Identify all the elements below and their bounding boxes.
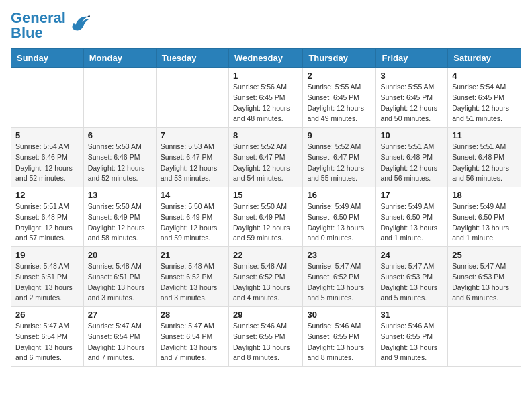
- day-info: Sunrise: 5:54 AM Sunset: 6:45 PM Dayligh…: [452, 82, 517, 124]
- calendar-cell: 18Sunrise: 5:49 AM Sunset: 6:50 PM Dayli…: [448, 187, 521, 247]
- calendar-cell: 30Sunrise: 5:46 AM Sunset: 6:55 PM Dayli…: [303, 307, 376, 367]
- day-info: Sunrise: 5:48 AM Sunset: 6:51 PM Dayligh…: [15, 261, 79, 304]
- day-info: Sunrise: 5:56 AM Sunset: 6:45 PM Dayligh…: [233, 82, 298, 124]
- day-info: Sunrise: 5:47 AM Sunset: 6:53 PM Dayligh…: [452, 261, 517, 304]
- day-info: Sunrise: 5:49 AM Sunset: 6:50 PM Dayligh…: [307, 201, 371, 244]
- day-info: Sunrise: 5:46 AM Sunset: 6:55 PM Dayligh…: [380, 321, 443, 363]
- day-info: Sunrise: 5:55 AM Sunset: 6:45 PM Dayligh…: [307, 82, 371, 124]
- day-number: 8: [233, 130, 298, 140]
- day-number: 17: [380, 190, 443, 200]
- day-number: 13: [88, 190, 152, 200]
- day-number: 5: [15, 130, 79, 140]
- day-number: 11: [452, 130, 517, 140]
- day-number: 31: [380, 310, 443, 320]
- calendar-cell: 2Sunrise: 5:55 AM Sunset: 6:45 PM Daylig…: [303, 68, 376, 128]
- day-info: Sunrise: 5:48 AM Sunset: 6:52 PM Dayligh…: [233, 261, 298, 304]
- day-info: Sunrise: 5:47 AM Sunset: 6:54 PM Dayligh…: [161, 321, 224, 363]
- calendar-cell: 6Sunrise: 5:53 AM Sunset: 6:46 PM Daylig…: [83, 128, 156, 187]
- calendar-header-sunday: Sunday: [11, 49, 84, 68]
- day-number: 29: [233, 310, 298, 320]
- logo-text: General Blue: [11, 11, 66, 40]
- calendar-cell: 24Sunrise: 5:47 AM Sunset: 6:53 PM Dayli…: [376, 247, 448, 307]
- calendar-cell: 27Sunrise: 5:47 AM Sunset: 6:54 PM Dayli…: [83, 307, 156, 367]
- day-number: 19: [15, 250, 79, 260]
- day-info: Sunrise: 5:50 AM Sunset: 6:49 PM Dayligh…: [161, 201, 224, 244]
- day-info: Sunrise: 5:52 AM Sunset: 6:47 PM Dayligh…: [233, 142, 298, 184]
- calendar-cell: 9Sunrise: 5:52 AM Sunset: 6:47 PM Daylig…: [303, 128, 376, 187]
- day-number: 14: [161, 190, 224, 200]
- calendar-week-row: 19Sunrise: 5:48 AM Sunset: 6:51 PM Dayli…: [11, 247, 521, 307]
- calendar-cell: 8Sunrise: 5:52 AM Sunset: 6:47 PM Daylig…: [228, 128, 302, 187]
- day-info: Sunrise: 5:51 AM Sunset: 6:48 PM Dayligh…: [452, 142, 517, 184]
- day-number: 27: [88, 310, 152, 320]
- day-info: Sunrise: 5:51 AM Sunset: 6:48 PM Dayligh…: [15, 201, 79, 244]
- logo: General Blue: [11, 11, 90, 40]
- day-number: 9: [307, 130, 371, 140]
- calendar-cell: 17Sunrise: 5:49 AM Sunset: 6:50 PM Dayli…: [376, 187, 448, 247]
- calendar-week-row: 5Sunrise: 5:54 AM Sunset: 6:46 PM Daylig…: [11, 128, 521, 187]
- day-info: Sunrise: 5:47 AM Sunset: 6:53 PM Dayligh…: [380, 261, 443, 304]
- calendar-header-thursday: Thursday: [303, 49, 376, 68]
- day-number: 24: [380, 250, 443, 260]
- calendar-week-row: 1Sunrise: 5:56 AM Sunset: 6:45 PM Daylig…: [11, 68, 521, 128]
- calendar-cell: 7Sunrise: 5:53 AM Sunset: 6:47 PM Daylig…: [156, 128, 228, 187]
- day-info: Sunrise: 5:49 AM Sunset: 6:50 PM Dayligh…: [380, 201, 443, 244]
- day-info: Sunrise: 5:50 AM Sunset: 6:49 PM Dayligh…: [88, 201, 152, 244]
- day-number: 25: [452, 250, 517, 260]
- day-info: Sunrise: 5:54 AM Sunset: 6:46 PM Dayligh…: [15, 142, 79, 184]
- day-number: 1: [233, 71, 298, 81]
- calendar-cell: [448, 307, 521, 367]
- calendar-header-saturday: Saturday: [448, 49, 521, 68]
- day-number: 7: [161, 130, 224, 140]
- logo-bird-icon: [69, 13, 90, 33]
- day-info: Sunrise: 5:53 AM Sunset: 6:47 PM Dayligh…: [161, 142, 224, 184]
- day-number: 15: [233, 190, 298, 200]
- day-number: 28: [161, 310, 224, 320]
- calendar-cell: 14Sunrise: 5:50 AM Sunset: 6:49 PM Dayli…: [156, 187, 228, 247]
- day-number: 12: [15, 190, 79, 200]
- calendar-cell: 20Sunrise: 5:48 AM Sunset: 6:51 PM Dayli…: [83, 247, 156, 307]
- calendar-cell: 21Sunrise: 5:48 AM Sunset: 6:52 PM Dayli…: [156, 247, 228, 307]
- calendar-cell: [11, 68, 84, 128]
- calendar-cell: 28Sunrise: 5:47 AM Sunset: 6:54 PM Dayli…: [156, 307, 228, 367]
- day-info: Sunrise: 5:47 AM Sunset: 6:54 PM Dayligh…: [88, 321, 152, 363]
- calendar-header-row: SundayMondayTuesdayWednesdayThursdayFrid…: [11, 49, 521, 68]
- calendar-cell: 19Sunrise: 5:48 AM Sunset: 6:51 PM Dayli…: [11, 247, 84, 307]
- day-info: Sunrise: 5:47 AM Sunset: 6:54 PM Dayligh…: [15, 321, 79, 363]
- calendar-table: SundayMondayTuesdayWednesdayThursdayFrid…: [11, 48, 521, 367]
- day-info: Sunrise: 5:51 AM Sunset: 6:48 PM Dayligh…: [380, 142, 443, 184]
- calendar-cell: 5Sunrise: 5:54 AM Sunset: 6:46 PM Daylig…: [11, 128, 84, 187]
- day-number: 21: [161, 250, 224, 260]
- day-info: Sunrise: 5:46 AM Sunset: 6:55 PM Dayligh…: [307, 321, 371, 363]
- day-number: 2: [307, 71, 371, 81]
- calendar-cell: 12Sunrise: 5:51 AM Sunset: 6:48 PM Dayli…: [11, 187, 84, 247]
- day-info: Sunrise: 5:47 AM Sunset: 6:52 PM Dayligh…: [307, 261, 371, 304]
- calendar-cell: 13Sunrise: 5:50 AM Sunset: 6:49 PM Dayli…: [83, 187, 156, 247]
- day-number: 6: [88, 130, 152, 140]
- day-number: 4: [452, 71, 517, 81]
- day-number: 23: [307, 250, 371, 260]
- calendar-cell: 29Sunrise: 5:46 AM Sunset: 6:55 PM Dayli…: [228, 307, 302, 367]
- calendar-cell: [83, 68, 156, 128]
- day-info: Sunrise: 5:53 AM Sunset: 6:46 PM Dayligh…: [88, 142, 152, 184]
- calendar-cell: 26Sunrise: 5:47 AM Sunset: 6:54 PM Dayli…: [11, 307, 84, 367]
- day-number: 30: [307, 310, 371, 320]
- day-info: Sunrise: 5:48 AM Sunset: 6:52 PM Dayligh…: [161, 261, 224, 304]
- day-info: Sunrise: 5:49 AM Sunset: 6:50 PM Dayligh…: [452, 201, 517, 244]
- calendar-header-tuesday: Tuesday: [156, 49, 228, 68]
- calendar-cell: 3Sunrise: 5:55 AM Sunset: 6:45 PM Daylig…: [376, 68, 448, 128]
- calendar-header-wednesday: Wednesday: [228, 49, 302, 68]
- day-number: 22: [233, 250, 298, 260]
- day-number: 3: [380, 71, 443, 81]
- calendar-header-monday: Monday: [83, 49, 156, 68]
- calendar-header-friday: Friday: [376, 49, 448, 68]
- calendar-cell: 23Sunrise: 5:47 AM Sunset: 6:52 PM Dayli…: [303, 247, 376, 307]
- calendar-cell: 16Sunrise: 5:49 AM Sunset: 6:50 PM Dayli…: [303, 187, 376, 247]
- day-info: Sunrise: 5:48 AM Sunset: 6:51 PM Dayligh…: [88, 261, 152, 304]
- day-number: 18: [452, 190, 517, 200]
- calendar-week-row: 12Sunrise: 5:51 AM Sunset: 6:48 PM Dayli…: [11, 187, 521, 247]
- day-number: 20: [88, 250, 152, 260]
- day-info: Sunrise: 5:52 AM Sunset: 6:47 PM Dayligh…: [307, 142, 371, 184]
- calendar-cell: [156, 68, 228, 128]
- day-number: 16: [307, 190, 371, 200]
